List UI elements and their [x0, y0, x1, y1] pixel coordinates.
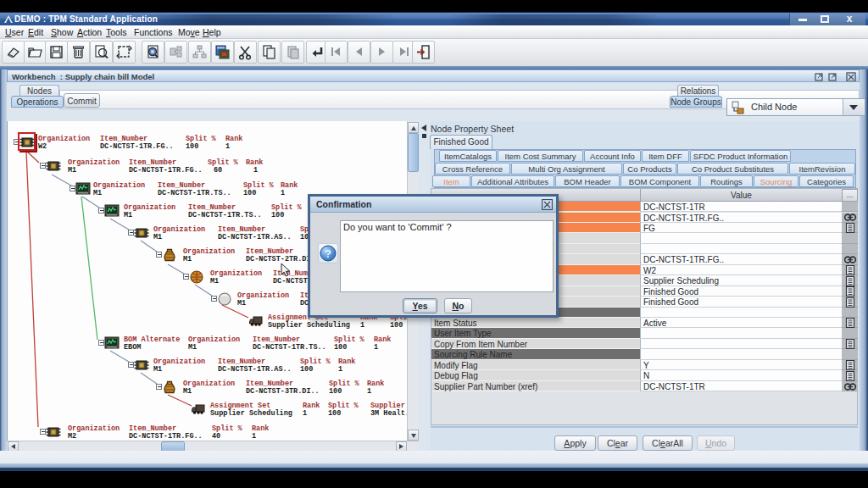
svg-text:?: ?	[325, 247, 331, 260]
